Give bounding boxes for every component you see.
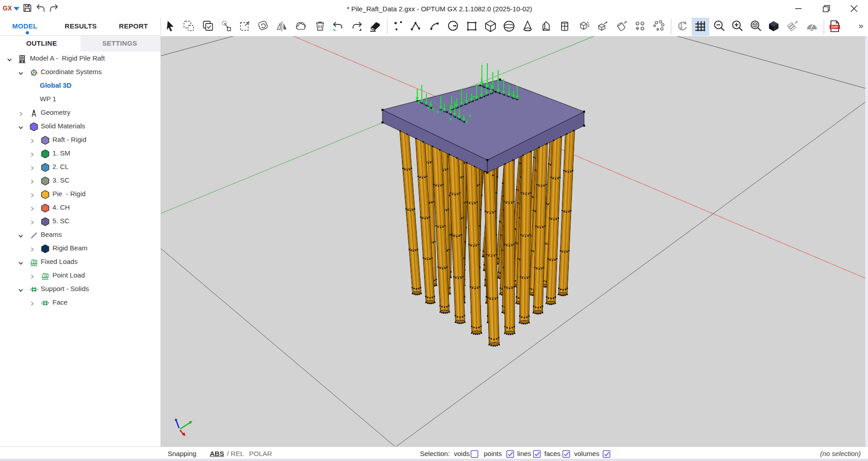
svg-text:X: X [186,435,189,440]
svg-text:Y: Y [193,417,197,423]
svg-text:DXF: DXF [831,25,838,29]
svg-text:Z: Z [175,414,178,420]
